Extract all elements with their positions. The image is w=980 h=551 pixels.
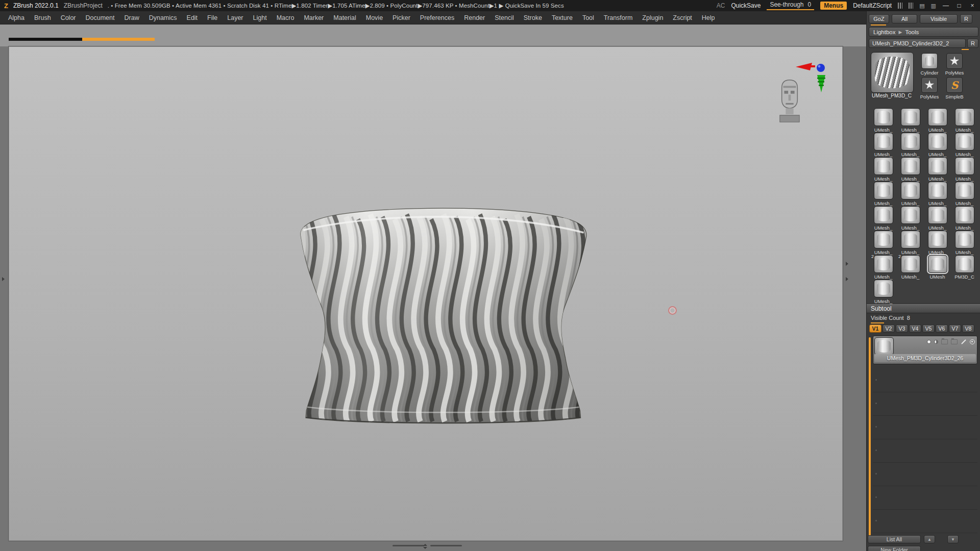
subtool-tab-v5[interactable]: V5 [922,324,935,333]
recent-tool-item[interactable]: UMesh_ [897,182,924,206]
subtool-empty-slot[interactable] [873,368,977,392]
subtool-empty-slot[interactable] [873,486,977,510]
subtool-empty-slot[interactable] [873,462,977,486]
recent-tool-item[interactable]: UMesh_ [951,133,978,157]
recent-tool-item[interactable]: UMesh_ [897,157,924,182]
list-all-button[interactable]: List All [868,535,921,543]
menu-item-tool[interactable]: Tool [582,14,594,21]
menu-item-stroke[interactable]: Stroke [524,14,542,21]
recent-tool-item[interactable]: UMesh_ [924,108,951,133]
recent-tool-item[interactable]: PM3D_C [951,255,978,280]
menu-item-macro[interactable]: Macro [277,14,295,21]
subtool-tab-v7[interactable]: V7 [949,324,961,333]
subtool-tab-v8[interactable]: V8 [962,324,974,333]
recent-tool-item[interactable]: 2UMesh_ [870,255,897,280]
subtool-tab-v2[interactable]: V2 [883,324,895,333]
subtool-item[interactable]: UMesh_PM3D_Cylinder3D2_26 [873,336,977,364]
menu-item-stencil[interactable]: Stencil [495,14,514,21]
recent-tool-item[interactable]: UMesh_ [870,206,897,231]
recent-tool-item[interactable]: UMesh_ [951,206,978,231]
divider-grip-icon[interactable] [898,3,902,9]
menus-button[interactable]: Menus [820,2,847,10]
eye-icon[interactable] [970,339,975,344]
folder-icon[interactable] [941,339,948,344]
quick-tool-polymes[interactable]: PolyMes [918,77,941,99]
menu-item-movie[interactable]: Movie [366,14,383,21]
tool-restore-button[interactable]: R [967,39,978,48]
recent-tool-item[interactable]: UMesh_ [924,231,951,255]
folder-icon[interactable] [951,339,958,344]
subtool-empty-slot[interactable] [873,415,977,439]
current-tool-name[interactable]: UMesh_PM3D_Cylinder3D2_2 [869,39,966,48]
menu-item-light[interactable]: Light [253,14,267,21]
canvas-hscroll-handle[interactable] [430,545,462,546]
recent-tool-item[interactable]: UMesh_ [870,108,897,133]
menu-item-texture[interactable]: Texture [552,14,573,21]
recent-tool-item[interactable]: UMesh_ [870,231,897,255]
menu-item-help[interactable]: Help [702,14,715,21]
menu-item-render[interactable]: Render [464,14,485,21]
visible-button[interactable]: Visible [920,14,958,23]
recent-tool-item[interactable]: UMesh_ [924,133,951,157]
subtool-tab-v4[interactable]: V4 [909,324,921,333]
subtool-empty-slot[interactable] [873,439,977,463]
polypaint-icon[interactable] [927,340,931,344]
all-button[interactable]: All [892,14,917,23]
subtool-down-button[interactable]: ▼ [947,535,959,543]
document-canvas[interactable] [9,46,843,541]
recent-tool-item[interactable]: UMesh_ [897,108,924,133]
menu-item-layer[interactable]: Layer [227,14,243,21]
recent-tool-item[interactable]: UMesh_ [870,280,897,304]
recent-tool-item[interactable]: UMesh_ [951,182,978,206]
recent-tool-item[interactable]: UMesh_ [924,182,951,206]
menu-item-zplugin[interactable]: Zplugin [642,14,663,21]
quick-tool-polymes[interactable]: PolyMes [943,53,966,76]
lightbox-divider-bar[interactable] [9,38,155,41]
recent-tool-item[interactable]: UMesh_ [897,133,924,157]
subtool-tab-v1[interactable]: V1 [869,324,881,333]
right-tray-arrow-icon[interactable] [846,277,848,281]
recent-tool-item[interactable]: UMesh_ [870,157,897,182]
subtool-tab-v6[interactable]: V6 [936,324,948,333]
quick-tool-simpleb[interactable]: SSimpleB [943,77,966,99]
r-button[interactable]: R [960,14,972,23]
polypaint-half-icon[interactable] [934,340,938,344]
menu-item-brush[interactable]: Brush [34,14,51,21]
sculpt-model[interactable] [285,205,599,424]
restore-icon[interactable]: □ [955,2,963,9]
see-through-slider[interactable]: See-through 0 [767,1,814,10]
left-tray-arrow-icon[interactable] [2,277,5,281]
recent-tool-item[interactable]: UMesh_ [924,157,951,182]
menu-item-preferences[interactable]: Preferences [420,14,454,21]
menu-item-zscript[interactable]: Zscript [673,14,692,21]
menu-item-transform[interactable]: Transform [604,14,633,21]
layout-panel-icon[interactable]: ▤ [919,3,924,9]
recent-tool-item[interactable]: UMesh_ [924,206,951,231]
brush-icon[interactable] [961,339,966,344]
layout-grid-icon[interactable]: ▥ [931,3,936,9]
menu-item-material[interactable]: Material [333,14,356,21]
goz-button[interactable]: GoZ [869,14,889,23]
divider-grip-icon[interactable] [909,3,913,9]
canvas-scroll-arrows-icon[interactable] [423,544,428,549]
lightbox-tools-bar[interactable]: Lightbox ▶ Tools [869,27,978,37]
subtool-header[interactable]: Subtool [867,304,980,313]
subtool-up-button[interactable]: ▲ [924,535,935,543]
right-tray-arrow-icon[interactable] [846,262,848,266]
menu-item-dynamics[interactable]: Dynamics [149,14,177,21]
close-icon[interactable]: × [969,2,976,9]
recent-tool-item[interactable]: UMesh_ [897,231,924,255]
recent-tool-item[interactable]: UMesh_ [897,206,924,231]
minimize-icon[interactable]: — [942,2,949,9]
menu-item-picker[interactable]: Picker [393,14,410,21]
menu-item-color[interactable]: Color [61,14,76,21]
active-tool-thumbnail[interactable] [871,52,914,93]
menu-item-draw[interactable]: Draw [125,14,139,21]
new-folder-button[interactable]: New Folder [868,546,921,551]
menu-item-marker[interactable]: Marker [304,14,324,21]
menu-item-alpha[interactable]: Alpha [8,14,24,21]
canvas-hscroll-handle[interactable] [393,545,424,546]
recent-tool-item[interactable]: UMesh_ [951,231,978,255]
menu-item-file[interactable]: File [207,14,217,21]
subtool-tab-v3[interactable]: V3 [896,324,908,333]
